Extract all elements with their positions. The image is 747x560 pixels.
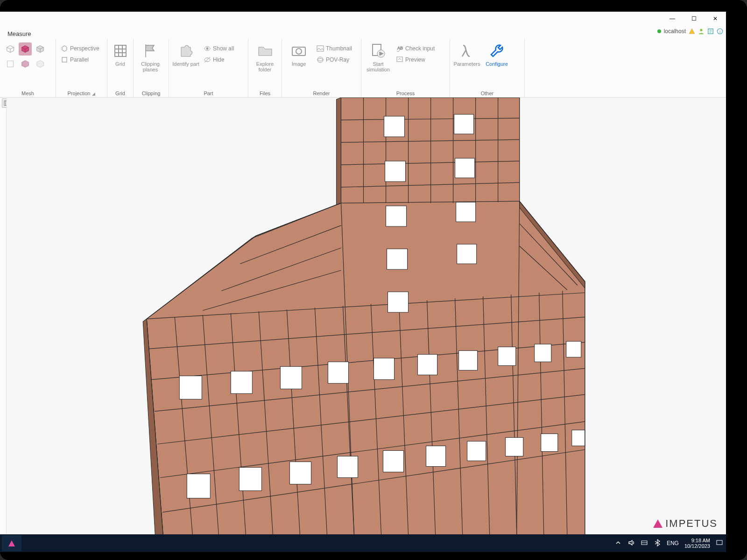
svg-rect-121: [280, 366, 302, 389]
svg-text:i: i: [719, 29, 720, 34]
start-simulation-button[interactable]: Start simulation: [364, 41, 392, 84]
povray-button[interactable]: POV-Ray: [315, 55, 354, 65]
watermark-text: IMPETUS: [665, 518, 718, 530]
mesh-style-3[interactable]: [34, 42, 47, 56]
watermark-triangle-icon: [653, 519, 662, 528]
svg-point-8: [206, 48, 208, 49]
cube-persp-icon: [61, 45, 68, 52]
check-input-button[interactable]: AB Check input: [394, 43, 437, 54]
status-dot-icon: [657, 29, 661, 33]
group-render-title: Render: [285, 90, 358, 96]
eye-icon: [204, 45, 211, 52]
svg-rect-124: [418, 354, 437, 375]
svg-rect-120: [231, 371, 252, 393]
group-mesh-title: Mesh: [3, 90, 53, 96]
eye-off-icon: [204, 56, 211, 63]
projection-launcher-icon[interactable]: ◢: [92, 91, 95, 96]
group-process-title: Process: [364, 90, 447, 96]
hide-button[interactable]: Hide: [202, 55, 236, 65]
user-icon[interactable]: [698, 28, 705, 35]
parallel-button[interactable]: Parallel: [59, 55, 91, 65]
svg-rect-128: [566, 341, 581, 357]
grid-icon: [112, 42, 129, 59]
svg-rect-142: [717, 540, 722, 545]
svg-rect-112: [385, 161, 406, 182]
mesh-style-2-active[interactable]: [19, 42, 32, 56]
impetus-app-icon: [8, 540, 15, 546]
menu-measure[interactable]: Measure: [4, 29, 35, 38]
mesh-style-5[interactable]: [19, 57, 32, 70]
taskbar[interactable]: ENG 9:18 AM 10/12/2023: [0, 534, 726, 552]
svg-rect-126: [498, 347, 516, 365]
thumbnail-button[interactable]: Thumbnail: [315, 43, 354, 54]
svg-rect-20: [397, 57, 402, 62]
minimize-button[interactable]: —: [662, 12, 683, 26]
puzzle-icon: [177, 42, 194, 59]
svg-marker-62: [336, 98, 341, 205]
preview-button[interactable]: Preview: [394, 55, 437, 65]
tray-notifications-icon[interactable]: [716, 539, 723, 548]
wrench-icon: [488, 42, 505, 59]
lambda-icon: [458, 42, 475, 59]
svg-rect-116: [387, 249, 408, 269]
tray-chevron-icon[interactable]: [614, 539, 622, 548]
svg-point-1: [700, 29, 702, 31]
script-icon[interactable]: [707, 28, 714, 35]
group-other-title: Other: [453, 90, 521, 96]
taskbar-pinned-app[interactable]: [2, 535, 21, 551]
tray-clock[interactable]: 9:18 AM 10/12/2023: [684, 538, 710, 549]
ribbon: Mesh Perspective Parallel Projection◢: [0, 39, 726, 98]
side-panel-collapsed[interactable]: [0, 109, 7, 534]
identify-part-button[interactable]: Identify part: [172, 41, 200, 84]
svg-rect-138: [572, 430, 585, 446]
mesh-style-grid: [3, 41, 49, 72]
play-report-icon: [370, 42, 387, 59]
show-all-button[interactable]: Show all: [202, 43, 236, 54]
camera-icon: [290, 42, 307, 59]
mesh-style-6[interactable]: [34, 57, 47, 70]
sphere-icon: [317, 56, 324, 63]
close-button[interactable]: ✕: [705, 12, 726, 26]
warning-icon[interactable]: [689, 28, 695, 35]
svg-rect-129: [187, 474, 210, 498]
grid-button[interactable]: Grid: [110, 41, 130, 84]
folder-icon: [257, 42, 274, 59]
tray-network-icon[interactable]: [641, 539, 648, 548]
tray-language[interactable]: ENG: [667, 540, 679, 546]
explore-folder-button[interactable]: Explore folder: [251, 41, 279, 84]
svg-rect-117: [457, 244, 477, 264]
flag-icon: [142, 42, 159, 59]
svg-rect-132: [337, 456, 358, 477]
clipping-planes-button[interactable]: Clipping planes: [136, 41, 164, 84]
image-button[interactable]: Image: [285, 41, 313, 84]
info-icon[interactable]: i: [717, 28, 723, 35]
group-projection-title: Projection: [68, 91, 91, 96]
status-host: localhost: [664, 28, 686, 35]
svg-rect-131: [289, 462, 311, 484]
tray-volume-icon[interactable]: [627, 539, 635, 548]
svg-rect-133: [383, 450, 404, 472]
svg-rect-114: [386, 206, 407, 226]
svg-rect-135: [467, 441, 486, 461]
menubar: Measure: [0, 28, 35, 39]
parameters-button[interactable]: Parameters: [453, 41, 481, 84]
perspective-button[interactable]: Perspective: [59, 43, 101, 54]
svg-rect-119: [179, 376, 202, 399]
svg-rect-6: [62, 57, 67, 62]
svg-rect-136: [506, 437, 523, 456]
configure-button[interactable]: Configure: [483, 41, 511, 84]
window-controls: — ☐ ✕: [662, 12, 726, 26]
maximize-button[interactable]: ☐: [683, 12, 705, 26]
mesh-style-1[interactable]: [4, 42, 17, 56]
svg-rect-125: [459, 350, 478, 370]
picture-icon: [317, 45, 324, 52]
svg-point-12: [296, 49, 302, 54]
group-grid-title: Grid: [110, 90, 130, 96]
tray-bluetooth-icon[interactable]: [654, 539, 661, 548]
system-tray: ENG 9:18 AM 10/12/2023: [614, 534, 723, 552]
viewport-3d[interactable]: IMPETUS: [7, 98, 726, 534]
group-clipping-title: Clipping: [136, 90, 166, 96]
svg-rect-123: [374, 358, 395, 379]
status-row: localhost i: [657, 28, 723, 35]
mesh-style-4[interactable]: [4, 57, 17, 70]
